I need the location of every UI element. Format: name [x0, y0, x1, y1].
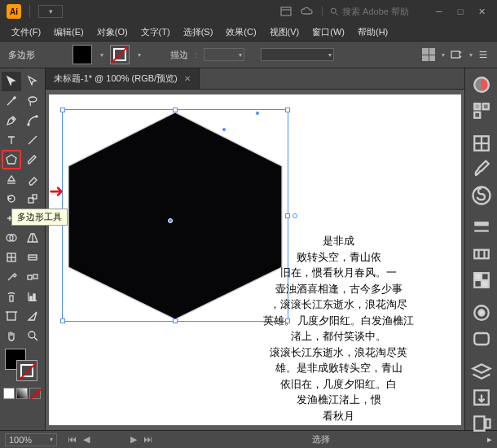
stroke-style-dropdown[interactable]: ▾	[261, 48, 334, 61]
svg-rect-55	[474, 273, 482, 280]
help-search[interactable]	[322, 7, 424, 16]
zoom-tool[interactable]	[23, 326, 42, 345]
tab-label: 未标题-1* @ 100% (RGB/预览)	[54, 72, 178, 85]
curvature-tool[interactable]	[23, 111, 42, 130]
symbol-sprayer-tool[interactable]	[2, 287, 21, 306]
transform-icon[interactable]	[450, 48, 463, 61]
pen-tool[interactable]	[2, 111, 21, 130]
direct-selection-tool[interactable]	[23, 72, 42, 91]
artboard-nav[interactable]: ⏮◀▶⏭	[65, 434, 155, 445]
svg-line-39	[34, 337, 37, 340]
asset-export-icon[interactable]	[470, 386, 493, 409]
menu-effect[interactable]: 效果(C)	[221, 24, 261, 40]
menu-view[interactable]: 视图(V)	[265, 24, 305, 40]
svg-rect-34	[33, 294, 35, 301]
close-button[interactable]: ✕	[473, 4, 490, 19]
menu-object[interactable]: 对象(O)	[92, 24, 133, 40]
svg-rect-33	[30, 296, 32, 301]
artboard[interactable]: 是非成 败转头空，青山依 旧在，惯看秋月春风。一 壶浊酒喜相逢，古今多少事 ，滚…	[49, 94, 461, 425]
graphic-styles-icon[interactable]	[470, 327, 493, 350]
line-tool[interactable]	[23, 130, 42, 150]
svg-marker-14	[7, 155, 16, 164]
perspective-tool[interactable]	[23, 228, 42, 248]
polygon-tool[interactable]	[2, 150, 21, 169]
search-input[interactable]	[342, 7, 424, 16]
resize-handle[interactable]	[173, 318, 178, 323]
svg-line-3	[336, 13, 338, 15]
body-text[interactable]: 是非成 败转头空，青山依 旧在，惯看秋月春风。一 壶浊酒喜相逢，古今多少事 ，滚…	[222, 233, 455, 424]
hand-tool[interactable]	[2, 326, 21, 345]
menu-more-icon[interactable]	[477, 49, 489, 60]
slice-tool[interactable]	[23, 306, 42, 326]
tab-close-icon[interactable]: ✕	[184, 74, 191, 83]
resize-handle[interactable]	[285, 108, 290, 112]
resize-handle[interactable]	[285, 213, 290, 218]
swatches-icon[interactable]	[470, 132, 493, 155]
stroke-panel-icon[interactable]	[470, 217, 493, 239]
color-panel-icon[interactable]	[470, 73, 493, 96]
right-panels	[464, 68, 497, 430]
document-tab[interactable]: 未标题-1* @ 100% (RGB/预览) ✕	[46, 68, 200, 89]
brushes-icon[interactable]	[470, 158, 493, 181]
menu-select[interactable]: 选择(S)	[178, 24, 218, 40]
menu-file[interactable]: 文件(F)	[7, 24, 46, 40]
svg-point-58	[478, 310, 484, 316]
layers-icon[interactable]	[470, 360, 493, 383]
maximize-button[interactable]: □	[451, 4, 469, 19]
scale-tool[interactable]	[23, 189, 42, 209]
svg-rect-29	[33, 275, 37, 279]
svg-point-12	[36, 116, 37, 117]
svg-rect-28	[28, 275, 32, 279]
app-logo: Ai	[7, 4, 21, 19]
type-tool[interactable]	[2, 130, 21, 150]
status-expand-icon[interactable]: ▸	[487, 434, 492, 445]
menu-edit[interactable]: 编辑(E)	[49, 24, 89, 40]
stroke-weight-dropdown[interactable]: ▾	[204, 48, 244, 61]
annotation-arrow: ➜	[49, 181, 64, 202]
svg-line-13	[29, 136, 37, 144]
cloud-icon[interactable]	[301, 5, 314, 18]
selection-tool[interactable]	[2, 72, 21, 91]
panel-icon[interactable]	[279, 5, 292, 18]
rotate-handle[interactable]	[292, 213, 297, 218]
transparency-icon[interactable]	[470, 269, 493, 292]
menu-type[interactable]: 文字(T)	[136, 24, 175, 40]
selection-type-label: 多边形	[8, 49, 35, 61]
menu-help[interactable]: 帮助(H)	[353, 24, 393, 40]
shape-builder-tool[interactable]	[2, 228, 21, 248]
stroke-swatch[interactable]	[110, 45, 130, 64]
rotate-tool[interactable]	[2, 189, 21, 209]
align-icon[interactable]	[422, 48, 435, 61]
lasso-tool[interactable]	[23, 91, 42, 111]
appearance-icon[interactable]	[470, 301, 493, 324]
artboard-tool[interactable]	[2, 306, 21, 326]
fill-stroke-box[interactable]	[2, 347, 43, 383]
resize-handle[interactable]	[60, 318, 65, 323]
svg-rect-59	[474, 333, 489, 345]
resize-handle[interactable]	[60, 108, 65, 112]
gradient-tool[interactable]	[23, 248, 42, 267]
workspace-dropdown[interactable]	[38, 5, 63, 18]
menu-window[interactable]: 窗口(W)	[307, 24, 350, 40]
gradient-panel-icon[interactable]	[470, 243, 493, 266]
resize-handle[interactable]	[173, 108, 178, 112]
svg-rect-35	[7, 312, 15, 320]
blend-tool[interactable]	[23, 267, 42, 287]
zoom-dropdown[interactable]: 100%▾	[5, 433, 57, 446]
eyedropper-tool[interactable]	[2, 267, 21, 287]
svg-rect-4	[451, 51, 460, 58]
paintbrush-tool[interactable]	[23, 150, 42, 169]
graph-tool[interactable]	[23, 287, 42, 306]
eraser-tool[interactable]	[23, 169, 42, 189]
fill-swatch[interactable]	[73, 45, 92, 64]
svg-point-48	[473, 187, 490, 204]
svg-point-2	[331, 8, 336, 13]
mesh-tool[interactable]	[2, 248, 21, 267]
minimize-button[interactable]: ─	[430, 4, 448, 19]
color-guide-icon[interactable]	[470, 99, 493, 122]
artboards-panel-icon[interactable]	[470, 412, 493, 435]
shaper-tool[interactable]	[2, 169, 21, 189]
symbols-icon[interactable]	[470, 184, 493, 207]
svg-point-9	[29, 97, 37, 102]
magic-wand-tool[interactable]	[2, 91, 21, 111]
